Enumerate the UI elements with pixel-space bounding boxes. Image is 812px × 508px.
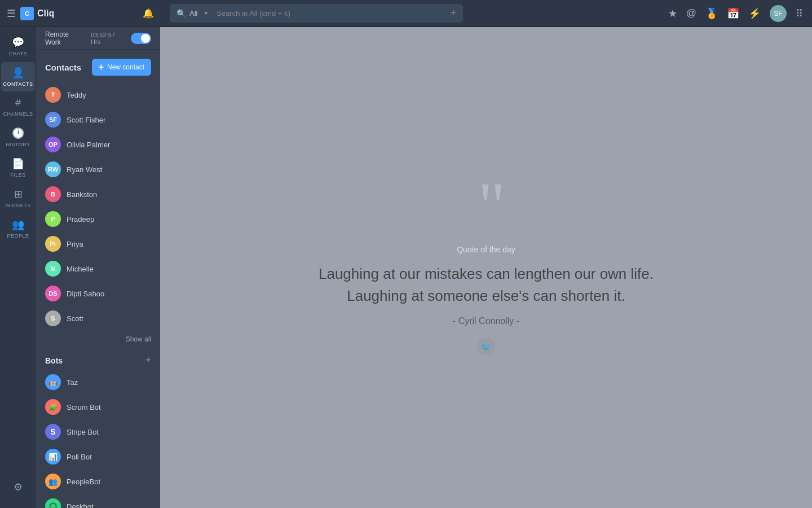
quote-author: - Cyril Connolly -	[319, 316, 654, 326]
badge-icon[interactable]: 🏅	[705, 7, 718, 20]
bot-name: Stripe Bot	[67, 428, 99, 436]
widgets-icon: ⊞	[14, 188, 23, 200]
bot-item-desk[interactable]: 🎧 Deskbot	[36, 494, 160, 508]
people-icon: 👥	[12, 218, 24, 231]
contacts-title: Contacts	[45, 63, 81, 72]
remote-work-toggle[interactable]	[131, 33, 151, 44]
sidebar-main: Contacts + New contact T Teddy SF Scott …	[36, 50, 160, 508]
sidebar-item-settings[interactable]: ⚙	[1, 476, 35, 498]
contact-item-bankston[interactable]: B Bankston	[36, 182, 160, 207]
bot-name: Taz	[67, 378, 78, 387]
bolt-icon[interactable]: ⚡	[748, 7, 761, 20]
search-dropdown-icon[interactable]: ▼	[203, 10, 209, 16]
contact-item-priya[interactable]: Pr Priya	[36, 231, 160, 256]
star-icon[interactable]: ★	[668, 7, 677, 20]
bot-item-people[interactable]: 👥 PeopleBot	[36, 469, 160, 494]
contact-name: Priya	[67, 240, 83, 248]
user-avatar[interactable]: SF	[770, 5, 787, 22]
sidebar-item-chats[interactable]: 💬 CHATS	[1, 32, 35, 61]
search-add-icon[interactable]: +	[450, 7, 456, 19]
remote-work-bar: Remote Work 03:52:57 Hrs	[36, 27, 160, 50]
topbar-left: ☰ C Cliq 🔔	[0, 7, 161, 20]
contact-item-scott[interactable]: S Scott	[36, 306, 160, 331]
search-input[interactable]: Search in All (cmd + k)	[212, 9, 444, 17]
avatar: S	[45, 310, 61, 326]
bot-name: PeopleBot	[67, 478, 100, 486]
contact-name: Bankston	[67, 190, 97, 199]
bot-item-taz[interactable]: 🤖 Taz	[36, 370, 160, 395]
channels-icon: #	[15, 97, 21, 109]
contact-name: Scott	[67, 314, 83, 323]
bot-avatar: 🤖	[45, 374, 61, 390]
avatar: B	[45, 186, 61, 202]
bots-header: Bots +	[36, 350, 160, 370]
bot-item-poll[interactable]: 📊 Poll Bot	[36, 444, 160, 469]
search-scope-label: All	[189, 9, 197, 17]
contact-name: Ryan West	[67, 165, 102, 174]
quote-text: Laughing at our mistakes can lengthen ou…	[319, 263, 654, 307]
contacts-icon: 👤	[12, 67, 24, 79]
bots-title: Bots	[45, 356, 63, 365]
menu-icon[interactable]: ☰	[7, 7, 16, 20]
contact-item-scott-fisher[interactable]: SF Scott Fisher	[36, 107, 160, 132]
mention-icon[interactable]: @	[686, 7, 696, 19]
contact-item-dipti[interactable]: DS Dipti Sahoo	[36, 281, 160, 306]
topbar-actions: ★ @ 🏅 📅 ⚡ SF ⠿	[659, 5, 812, 22]
apps-grid-icon[interactable]: ⠿	[796, 7, 803, 20]
sidebar-item-people[interactable]: 👥 PEOPLE	[1, 214, 35, 243]
avatar: DS	[45, 286, 61, 301]
files-icon: 📄	[12, 157, 24, 170]
contact-name: Michelle	[67, 265, 94, 273]
sidebar-nav: 💬 CHATS 👤 CONTACTS # CHANNELS 🕐 HISTORY …	[0, 27, 36, 508]
twitter-share-button[interactable]: 🐦	[477, 338, 495, 356]
bot-list: 🤖 Taz 🧩 Scrum Bot S Stripe Bot 📊 Poll Bo…	[36, 370, 160, 508]
sidebar-item-files[interactable]: 📄 FILES	[1, 153, 35, 182]
plus-icon: +	[99, 62, 104, 72]
new-contact-label: New contact	[107, 63, 144, 71]
chats-icon: 💬	[12, 36, 24, 49]
search-pill[interactable]: 🔍 All ▼ Search in All (cmd + k) +	[170, 4, 463, 23]
new-contact-button[interactable]: + New contact	[92, 59, 151, 76]
calendar-icon[interactable]: 📅	[727, 7, 739, 20]
bot-avatar: 🧩	[45, 399, 61, 415]
bell-icon[interactable]: 🔔	[143, 8, 154, 19]
avatar: SF	[45, 112, 61, 128]
avatar: M	[45, 261, 61, 277]
avatar: P	[45, 211, 61, 227]
contact-item-michelle[interactable]: M Michelle	[36, 256, 160, 281]
quote-of-day-label: Quote of the day	[319, 245, 654, 254]
contact-item-teddy[interactable]: T Teddy	[36, 82, 160, 107]
bot-name: Scrum Bot	[67, 403, 101, 411]
sidebar-item-widgets[interactable]: ⊞ WIDGETS	[1, 183, 35, 213]
sidebar-item-channels[interactable]: # CHANNELS	[1, 93, 35, 121]
logo-area: C Cliq	[20, 7, 54, 20]
main-content: " Quote of the day Laughing at our mista…	[160, 27, 812, 508]
sidebar-item-history[interactable]: 🕐 HISTORY	[1, 122, 35, 152]
avatar: OP	[45, 137, 61, 152]
sidebar-item-contacts[interactable]: 👤 CONTACTS	[1, 62, 35, 91]
contact-item-pradeep[interactable]: P Pradeep	[36, 207, 160, 231]
history-icon: 🕐	[12, 127, 24, 139]
quote-container: " Quote of the day Laughing at our mista…	[296, 157, 676, 378]
contact-name: Dipti Sahoo	[67, 290, 104, 298]
contacts-header: Contacts + New contact	[36, 50, 160, 80]
show-all-link[interactable]: Show all	[36, 333, 160, 350]
avatar: T	[45, 87, 61, 103]
bot-avatar: 🎧	[45, 498, 61, 508]
bot-avatar: S	[45, 424, 61, 440]
contact-name: Olivia Palmer	[67, 141, 110, 149]
logo-icon: C	[20, 7, 34, 20]
bot-item-scrum[interactable]: 🧩 Scrum Bot	[36, 395, 160, 419]
contact-name: Teddy	[67, 91, 86, 99]
contact-name: Pradeep	[67, 215, 94, 224]
bot-name: Deskbot	[67, 502, 94, 509]
contact-item-ryan[interactable]: RW Ryan West	[36, 157, 160, 182]
bot-item-stripe[interactable]: S Stripe Bot	[36, 419, 160, 444]
settings-icon: ⚙	[14, 481, 23, 493]
contact-list: T Teddy SF Scott Fisher OP Olivia Palmer…	[36, 80, 160, 333]
app-name: Cliq	[37, 8, 54, 19]
topbar-search: 🔍 All ▼ Search in All (cmd + k) +	[161, 4, 659, 23]
contact-item-olivia[interactable]: OP Olivia Palmer	[36, 132, 160, 157]
bot-name: Poll Bot	[67, 453, 92, 461]
add-bot-icon[interactable]: +	[145, 354, 151, 366]
